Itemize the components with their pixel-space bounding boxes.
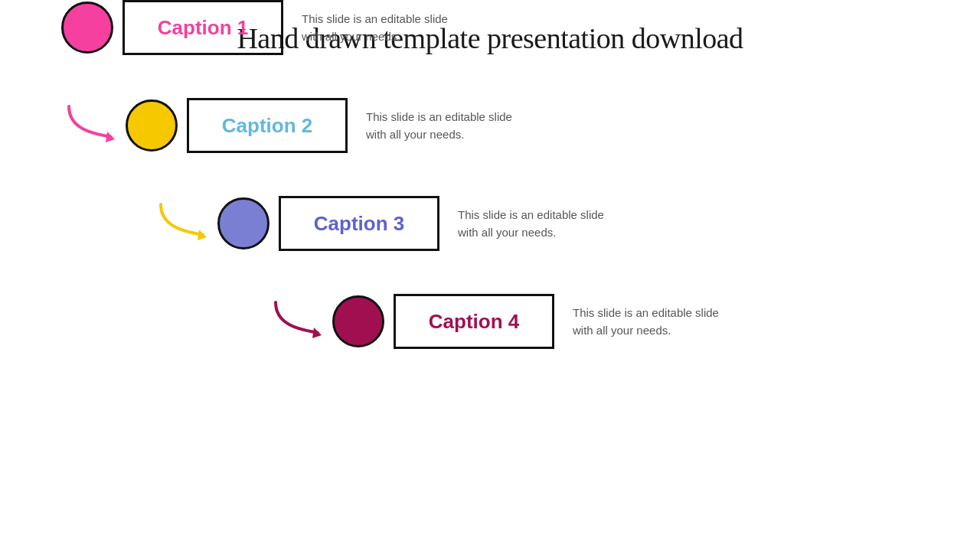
circle-2 [126,99,178,152]
row-2: Caption 2 This slide is an editable slid… [0,98,980,153]
svg-marker-0 [106,132,115,142]
desc-2: This slide is an editable slide with all… [366,108,512,144]
row-1: Caption 1 This slide is an editable slid… [0,0,980,55]
desc-3: This slide is an editable slide with all… [458,206,604,242]
row-4: Caption 4 This slide is an editable slid… [0,294,980,349]
circle-1 [61,2,113,54]
arrow-3 [153,201,214,246]
caption-box-1: Caption 1 [122,0,283,55]
svg-marker-2 [312,328,322,338]
caption-box-4: Caption 4 [394,294,554,349]
svg-marker-1 [198,230,207,240]
desc-1: This slide is an editable slide with all… [302,10,448,46]
caption-label-1: Caption 1 [158,16,248,40]
arrow-4 [268,298,329,344]
caption-box-2: Caption 2 [187,98,348,153]
row-3: Caption 3 This slide is an editable slid… [0,196,980,251]
circle-3 [217,197,270,249]
caption-label-3: Caption 3 [314,212,404,236]
slide: Hand drawn template presentation downloa… [0,0,980,551]
caption-label-2: Caption 2 [222,114,312,138]
desc-4: This slide is an editable slide with all… [573,304,719,340]
arrow-2 [61,103,122,148]
circle-4 [332,295,384,347]
caption-box-3: Caption 3 [279,196,439,251]
caption-label-4: Caption 4 [429,310,519,334]
